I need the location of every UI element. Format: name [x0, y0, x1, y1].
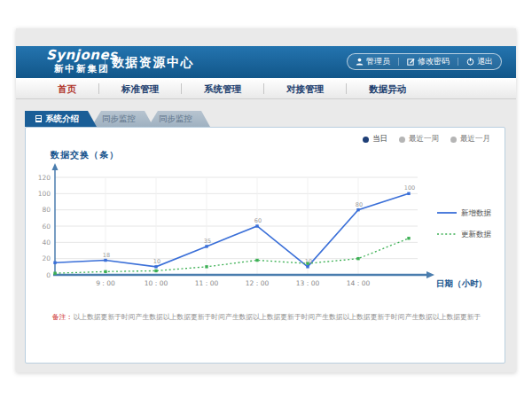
nav-item-system-mgmt[interactable]: 系统管理 — [182, 78, 263, 99]
svg-text:12 : 00: 12 : 00 — [246, 279, 270, 287]
header-divider — [105, 53, 106, 71]
page-background: Synjones 新中新集团 数据资源中心 管理员 修改密码 — [16, 28, 516, 372]
svg-text:0: 0 — [46, 271, 51, 279]
svg-text:35: 35 — [204, 238, 211, 245]
radio-dot — [399, 137, 405, 143]
svg-text:60: 60 — [254, 217, 262, 224]
tab-bar: 系统介绍 同步监控 同步监控 — [25, 111, 210, 127]
main-nav: 首页 标准管理 系统管理 对接管理 数据异动 — [16, 78, 516, 99]
svg-text:14 : 00: 14 : 00 — [347, 279, 371, 287]
svg-text:新增数据: 新增数据 — [461, 208, 492, 217]
change-password-label: 修改密码 — [418, 56, 450, 67]
tab-sync-monitor-1-label: 同步监控 — [102, 111, 136, 127]
nav-item-interface-mgmt[interactable]: 对接管理 — [264, 78, 346, 99]
tab-system-intro-label: 系统介绍 — [45, 111, 79, 127]
svg-text:9 : 00: 9 : 00 — [96, 279, 115, 287]
svg-text:11 : 00: 11 : 00 — [195, 279, 219, 287]
tab-sync-monitor-2[interactable]: 同步监控 — [148, 111, 210, 127]
radio-dot — [450, 137, 457, 143]
user-menu-admin[interactable]: 管理员 — [348, 54, 398, 69]
logout-button[interactable]: 退出 — [458, 54, 501, 69]
range-option-last-week[interactable]: 最近一周 — [399, 134, 439, 145]
document-icon — [35, 115, 42, 122]
range-option-last-month[interactable]: 最近一月 — [450, 134, 490, 145]
svg-text:20: 20 — [42, 254, 51, 262]
footnote-text: 以上数据更新于时间产生数据以上数据更新于时间产生数据以上数据更新于时间产生数据以… — [73, 313, 481, 321]
brand-logo: Synjones 新中新集团 — [46, 49, 118, 74]
svg-text:60: 60 — [42, 223, 51, 231]
svg-text:80: 80 — [42, 206, 51, 214]
svg-text:10 : 00: 10 : 00 — [145, 279, 168, 287]
svg-text:80: 80 — [356, 201, 363, 208]
line-chart: 0204060801001209 : 0010 : 0011 : 0012 : … — [33, 160, 496, 294]
content-panel: 当日 最近一周 最近一月 数据交换（条） 0204060801001209 : … — [25, 127, 505, 364]
range-option-last-week-label: 最近一周 — [409, 134, 439, 145]
tab-sync-monitor-1[interactable]: 同步监控 — [91, 111, 153, 127]
header: Synjones 新中新集团 数据资源中心 管理员 修改密码 — [16, 46, 516, 78]
nav-item-home[interactable]: 首页 — [35, 78, 98, 99]
nav-item-standard-mgmt[interactable]: 标准管理 — [99, 78, 181, 99]
tab-sync-monitor-2-label: 同步监控 — [159, 111, 192, 127]
nav-item-data-change[interactable]: 数据异动 — [347, 78, 428, 99]
power-icon — [466, 58, 474, 66]
change-password-button[interactable]: 修改密码 — [399, 54, 458, 69]
svg-text:100: 100 — [404, 184, 415, 192]
user-menu-admin-label: 管理员 — [366, 56, 390, 67]
tab-system-intro[interactable]: 系统介绍 — [25, 111, 97, 127]
user-icon — [356, 58, 364, 66]
range-filter: 当日 最近一周 最近一月 — [363, 134, 490, 145]
svg-text:100: 100 — [38, 190, 51, 198]
range-option-today[interactable]: 当日 — [363, 134, 387, 145]
user-menu: 管理员 修改密码 退出 — [347, 53, 502, 70]
logout-label: 退出 — [477, 56, 493, 67]
range-option-last-month-label: 最近一月 — [460, 134, 490, 145]
radio-dot — [363, 137, 369, 143]
svg-text:10: 10 — [153, 258, 160, 265]
footnote: 备注：以上数据更新于时间产生数据以上数据更新于时间产生数据以上数据更新于时间产生… — [52, 312, 496, 322]
svg-text:18: 18 — [103, 252, 110, 259]
brand-logo-en: Synjones — [46, 49, 118, 62]
svg-text:更新数据: 更新数据 — [461, 230, 492, 239]
edit-icon — [407, 58, 415, 66]
footnote-prefix: 备注： — [52, 313, 73, 321]
range-option-today-label: 当日 — [372, 134, 387, 145]
brand-logo-cn: 新中新集团 — [46, 64, 118, 74]
app-title: 数据资源中心 — [112, 46, 194, 78]
svg-text:120: 120 — [38, 174, 51, 182]
svg-text:13 : 00: 13 : 00 — [296, 279, 320, 287]
svg-text:40: 40 — [42, 239, 51, 246]
svg-text:日期（小时）: 日期（小时） — [436, 278, 487, 289]
